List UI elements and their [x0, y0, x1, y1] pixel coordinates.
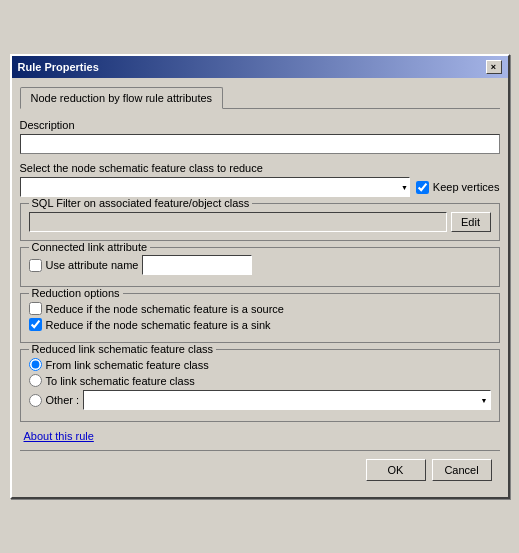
sink-checkbox[interactable]	[29, 318, 42, 331]
other-dropdown-wrapper	[83, 390, 490, 410]
sql-filter-content: Edit	[29, 212, 491, 232]
rule-properties-dialog: Rule Properties × Node reduction by flow…	[10, 54, 510, 499]
dialog-title: Rule Properties	[18, 61, 99, 73]
bottom-bar: OK Cancel	[20, 450, 500, 489]
ok-button[interactable]: OK	[366, 459, 426, 481]
description-input[interactable]	[20, 134, 500, 154]
feature-class-label: Select the node schematic feature class …	[20, 162, 500, 174]
reduction-options-group: Reduction options Reduce if the node sch…	[20, 293, 500, 343]
about-section: About this rule	[20, 430, 500, 442]
other-dropdown[interactable]	[83, 390, 490, 410]
reduction-options-content: Reduce if the node schematic feature is …	[29, 302, 491, 331]
attr-name-input[interactable]	[142, 255, 252, 275]
to-link-row: To link schematic feature class	[29, 374, 491, 387]
use-attr-name-label: Use attribute name	[46, 259, 139, 271]
title-bar: Rule Properties ×	[12, 56, 508, 78]
use-attr-name-checkbox[interactable]	[29, 259, 42, 272]
reduced-link-content: From link schematic feature class To lin…	[29, 358, 491, 410]
keep-vertices-group: Keep vertices	[416, 181, 500, 194]
about-link[interactable]: About this rule	[24, 430, 94, 442]
from-link-label: From link schematic feature class	[46, 359, 209, 371]
reduced-link-title: Reduced link schematic feature class	[29, 343, 217, 355]
to-link-radio[interactable]	[29, 374, 42, 387]
other-label: Other :	[46, 394, 80, 406]
other-row: Other :	[29, 390, 491, 410]
window-content: Node reduction by flow rule attributes D…	[12, 78, 508, 497]
description-section: Description	[20, 119, 500, 154]
keep-vertices-label: Keep vertices	[433, 181, 500, 193]
sink-row: Reduce if the node schematic feature is …	[29, 318, 491, 331]
connected-link-group: Connected link attribute Use attribute n…	[20, 247, 500, 287]
tab-bar: Node reduction by flow rule attributes	[20, 86, 500, 109]
sink-label: Reduce if the node schematic feature is …	[46, 319, 271, 331]
source-label: Reduce if the node schematic feature is …	[46, 303, 284, 315]
close-button[interactable]: ×	[486, 60, 502, 74]
feature-class-dropdown[interactable]	[20, 177, 410, 197]
sql-filter-title: SQL Filter on associated feature/object …	[29, 197, 253, 209]
edit-button[interactable]: Edit	[451, 212, 491, 232]
keep-vertices-checkbox[interactable]	[416, 181, 429, 194]
description-label: Description	[20, 119, 500, 131]
sql-filter-group: SQL Filter on associated feature/object …	[20, 203, 500, 241]
connected-link-title: Connected link attribute	[29, 241, 151, 253]
feature-class-row: Keep vertices	[20, 177, 500, 197]
feature-class-dropdown-wrapper	[20, 177, 410, 197]
from-link-row: From link schematic feature class	[29, 358, 491, 371]
other-radio[interactable]	[29, 394, 42, 407]
reduction-options-title: Reduction options	[29, 287, 123, 299]
title-bar-controls: ×	[486, 60, 502, 74]
feature-class-section: Select the node schematic feature class …	[20, 162, 500, 197]
cancel-button[interactable]: Cancel	[432, 459, 492, 481]
tab-node-reduction[interactable]: Node reduction by flow rule attributes	[20, 87, 224, 109]
to-link-label: To link schematic feature class	[46, 375, 195, 387]
sql-filter-input[interactable]	[29, 212, 447, 232]
reduced-link-group: Reduced link schematic feature class Fro…	[20, 349, 500, 422]
source-row: Reduce if the node schematic feature is …	[29, 302, 491, 315]
connected-link-content: Use attribute name	[29, 255, 491, 275]
source-checkbox[interactable]	[29, 302, 42, 315]
from-link-radio[interactable]	[29, 358, 42, 371]
